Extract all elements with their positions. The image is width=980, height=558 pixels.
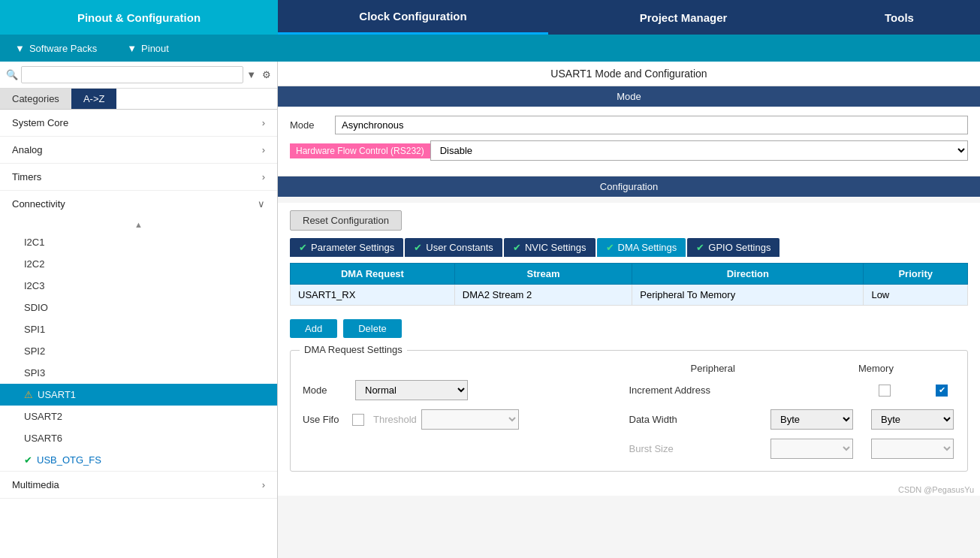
reset-config-button[interactable]: Reset Configuration [290,210,402,231]
group-connectivity-header[interactable]: Connectivity ∨ [0,191,277,217]
pinout-arrow-icon: ▼ [127,43,137,54]
sidebar-item-spi1[interactable]: SPI1 [0,318,277,340]
tab-az[interactable]: A->Z [71,89,117,109]
peripheral-increment-checkbox[interactable] [879,385,891,397]
content-title: USART1 Mode and Configuration [278,62,980,86]
memory-col-label: Memory [858,363,894,374]
cell-dma-request: USART1_RX [291,285,455,306]
sidebar-items: System Core › Analog › Timers › [0,110,277,558]
search-dropdown-icon[interactable]: ▼ [246,69,256,80]
group-analog-header[interactable]: Analog › [0,137,277,163]
fifo-datawidth-row: Use Fifo Threshold Data Width Byte [303,409,955,430]
usart1-label: USART1 [38,389,76,400]
tab-dma-label: DMA Settings [618,242,677,253]
group-multimedia: Multimedia › [0,472,277,499]
burst-size-row: Burst Size [303,439,955,459]
tab-check-icon-5: ✔ [696,242,704,253]
tab-nvic-label: NVIC Settings [525,242,586,253]
memory-increment-checkbox[interactable]: ✔ [936,385,948,397]
memory-data-width-select[interactable]: Byte Half Word Word [871,409,954,430]
config-section-header: Configuration [278,176,980,197]
collapse-arrow-icon: ▲ [134,220,143,229]
usb-otg-fs-label: USB_OTG_FS [37,454,101,466]
dma-table-section: DMA Request Stream Direction Priority US… [278,263,980,313]
dma-mode-select[interactable]: Normal Circular Peripheral Flow Ctrl [355,380,468,400]
hw-flow-row: Hardware Flow Control (RS232) Disable [290,140,968,161]
multimedia-chevron-icon: › [262,479,265,490]
group-analog-label: Analog [12,144,42,155]
mode-section-header: Mode [278,86,980,107]
dma-request-settings: DMA Request Settings Peripheral Memory [290,350,968,472]
tab-user-constants[interactable]: ✔ User Constants [405,238,502,257]
tab-check-icon-3: ✔ [513,242,521,253]
delete-button[interactable]: Delete [343,319,402,338]
sidebar-item-spi3[interactable]: SPI3 [0,362,277,384]
tab-nvic-settings[interactable]: ✔ NVIC Settings [504,238,596,257]
nav-clock[interactable]: Clock Configuration [278,0,548,35]
config-section: Reset Configuration ✔ Parameter Settings… [278,203,980,496]
memory-burst-select[interactable] [871,439,954,459]
tab-categories[interactable]: Categories [0,89,71,109]
tab-user-constants-label: User Constants [426,242,493,253]
sidebar-item-usart2[interactable]: USART2 [0,406,277,427]
sidebar-item-i2c1[interactable]: I2C1 [0,231,277,253]
sidebar-item-sdio[interactable]: SDIO [0,297,277,318]
table-row[interactable]: USART1_RX DMA2 Stream 2 Peripheral To Me… [291,285,968,306]
software-packs-arrow-icon: ▼ [15,43,25,54]
dma-request-settings-title: DMA Request Settings [300,344,407,355]
hw-flow-select-wrapper: Disable [430,140,968,161]
group-timers-label: Timers [12,171,41,182]
sub-nav: ▼ Software Packs ▼ Pinout [0,35,980,62]
sidebar-item-i2c2[interactable]: I2C2 [0,253,277,275]
use-fifo-checkbox[interactable] [352,414,364,426]
group-timers: Timers › [0,164,277,191]
gear-icon[interactable]: ⚙ [262,69,271,80]
threshold-select[interactable] [421,409,519,430]
connectivity-collapse-handle[interactable]: ▲ [0,217,277,231]
sidebar-item-usb-otg-fs[interactable]: ✔ USB_OTG_FS [0,449,277,471]
sub-nav-pinout[interactable]: ▼ Pinout [112,43,184,54]
group-system-core: System Core › [0,110,277,137]
sidebar-item-spi2[interactable]: SPI2 [0,340,277,362]
nav-project-manager[interactable]: Project Manager [548,0,819,35]
nav-tools[interactable]: Tools [819,0,980,35]
dma-settings-inner: Peripheral Memory Mode Normal Circular P… [291,351,967,471]
analog-chevron-icon: › [262,144,265,155]
group-timers-header[interactable]: Timers › [0,164,277,190]
threshold-label: Threshold [373,414,417,425]
group-connectivity-label: Connectivity [12,198,65,210]
tab-gpio-settings[interactable]: ✔ GPIO Settings [687,238,779,257]
sub-nav-software-packs[interactable]: ▼ Software Packs [0,43,112,54]
sidebar: 🔍 ▼ ⚙ Categories A->Z System Core › Anal… [0,62,278,558]
add-button[interactable]: Add [290,319,337,338]
sidebar-item-usart1[interactable]: ⚠ USART1 [0,384,277,406]
tab-gpio-label: GPIO Settings [708,242,770,253]
data-width-label: Data Width [629,414,771,425]
peripheral-burst-select[interactable] [770,439,853,459]
tab-dma-settings[interactable]: ✔ DMA Settings [597,238,686,257]
dma-table: DMA Request Stream Direction Priority US… [290,263,968,306]
action-buttons: Add Delete [278,313,980,344]
search-input[interactable] [21,66,243,83]
group-system-core-label: System Core [12,117,68,128]
peripheral-data-width-select[interactable]: Byte Half Word Word [770,409,853,430]
group-system-core-header[interactable]: System Core › [0,110,277,136]
sidebar-item-i2c3[interactable]: I2C3 [0,275,277,297]
tab-check-icon-2: ✔ [414,242,422,253]
mode-row: Mode Asynchronous [290,116,968,134]
dma-col-headers: Peripheral Memory [303,363,955,374]
hw-flow-select[interactable]: Disable [430,140,968,161]
nav-pinout[interactable]: Pinout & Configuration [0,0,278,35]
tab-parameter-settings[interactable]: ✔ Parameter Settings [290,238,403,257]
tab-parameter-label: Parameter Settings [311,242,394,253]
group-multimedia-label: Multimedia [12,479,59,490]
dma-mode-row: Mode Normal Circular Peripheral Flow Ctr… [303,380,955,400]
top-nav: Pinout & Configuration Clock Configurati… [0,0,980,35]
system-core-chevron-icon: › [262,117,265,128]
mode-select[interactable]: Asynchronous [335,116,968,134]
peripheral-col-label: Peripheral [691,363,735,374]
content-area: USART1 Mode and Configuration Mode Mode … [278,62,980,558]
sidebar-item-usart6[interactable]: USART6 [0,427,277,449]
group-multimedia-header[interactable]: Multimedia › [0,472,277,498]
warning-icon: ⚠ [24,389,33,400]
